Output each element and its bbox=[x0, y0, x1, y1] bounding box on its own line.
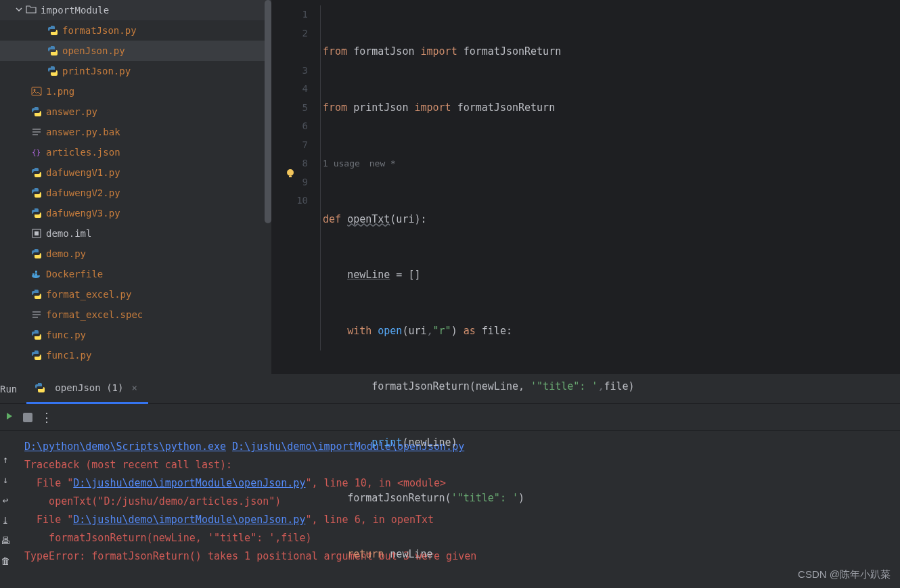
tree-file-dafuwengV1-py[interactable]: dafuwengV1.py bbox=[0, 162, 271, 183]
tree-file-demo-py[interactable]: demo.py bbox=[0, 244, 271, 264]
tree-label: articles.json bbox=[46, 147, 120, 158]
line-gutter: 1 2 3 4 5 6 7 8 9 10 bbox=[271, 0, 320, 374]
wrap-icon[interactable]: ↩ bbox=[0, 492, 11, 508]
file-link[interactable]: D:\jushu\demo\importModule\openJson.py bbox=[73, 477, 305, 489]
stop-icon[interactable] bbox=[23, 413, 32, 422]
run-tab-openjson[interactable]: openJson (1) × bbox=[26, 374, 148, 404]
print-icon[interactable]: 🖶 bbox=[0, 533, 11, 549]
tree-label: func1.py bbox=[46, 350, 91, 361]
run-tab-label: openJson (1) bbox=[55, 382, 123, 393]
tree-file-dafuwengV3-py[interactable]: dafuwengV3.py bbox=[0, 203, 271, 223]
tree-file-answer-py[interactable]: answer.py bbox=[0, 101, 271, 122]
tree-label: openJson.py bbox=[62, 45, 125, 56]
tree-label: dafuwengV2.py bbox=[46, 187, 120, 198]
python-icon bbox=[47, 25, 58, 36]
svg-rect-7 bbox=[35, 231, 39, 235]
sidebar-scrollbar[interactable] bbox=[265, 0, 271, 223]
tree-label: dafuwengV3.py bbox=[46, 208, 120, 219]
svg-rect-9 bbox=[35, 273, 37, 275]
file-icon bbox=[31, 269, 42, 279]
watermark: CSDN @陈年小趴菜 bbox=[798, 568, 891, 581]
tree-label: answer.py bbox=[46, 106, 97, 117]
python-icon bbox=[35, 382, 45, 393]
file-icon bbox=[31, 208, 42, 219]
tree-label: demo.py bbox=[46, 248, 86, 259]
trash-icon[interactable]: 🗑 bbox=[0, 553, 11, 569]
up-icon[interactable]: ↑ bbox=[0, 451, 11, 468]
tree-file-answer-py-bak[interactable]: answer.py.bak bbox=[0, 122, 271, 142]
file-icon bbox=[31, 289, 42, 300]
file-icon bbox=[31, 187, 42, 198]
folder-icon bbox=[26, 4, 37, 17]
python-icon bbox=[47, 66, 58, 76]
tree-label: answer.py.bak bbox=[46, 127, 120, 137]
folder-label: importModule bbox=[41, 5, 109, 16]
project-tree: importModule formatJson.pyopenJson.pypri… bbox=[0, 0, 271, 374]
file-icon bbox=[31, 127, 42, 137]
tree-file-format_excel-py[interactable]: format_excel.py bbox=[0, 284, 271, 304]
svg-rect-15 bbox=[289, 176, 292, 177]
close-icon[interactable]: × bbox=[129, 382, 139, 393]
file-icon bbox=[31, 86, 42, 97]
tree-file-openJson-py[interactable]: openJson.py bbox=[0, 41, 271, 61]
svg-rect-8 bbox=[32, 273, 35, 275]
svg-text:{}: {} bbox=[32, 148, 41, 157]
file-icon bbox=[31, 167, 42, 178]
path-link[interactable]: D:\python\demo\Scripts\python.exe bbox=[24, 440, 226, 453]
tree-label: demo.iml bbox=[46, 228, 91, 239]
file-icon bbox=[31, 248, 42, 259]
tree-label: func.py bbox=[46, 330, 86, 340]
python-icon bbox=[47, 45, 58, 56]
tree-label: formatJson.py bbox=[62, 25, 137, 36]
tree-file-func-py[interactable]: func.py bbox=[0, 325, 271, 345]
svg-point-1 bbox=[34, 89, 36, 91]
more-icon[interactable]: ⋮ bbox=[41, 410, 53, 424]
tree-file-func1-py[interactable]: func1.py bbox=[0, 345, 271, 365]
file-icon bbox=[31, 106, 42, 117]
tree-file-demo-iml[interactable]: demo.iml bbox=[0, 223, 271, 244]
svg-point-14 bbox=[287, 169, 294, 176]
file-icon bbox=[31, 330, 42, 340]
new-hint[interactable]: new * bbox=[369, 154, 396, 173]
tree-label: Dockerfile bbox=[46, 269, 103, 279]
chevron-down-icon bbox=[15, 5, 24, 16]
tree-label: format_excel.spec bbox=[46, 309, 143, 320]
console-left-toolbar: ↑ ↓ ↩ ⤓ 🖶 🗑 bbox=[0, 404, 11, 569]
file-icon bbox=[31, 350, 42, 361]
file-icon bbox=[31, 309, 42, 320]
tree-file-1-png[interactable]: 1.png bbox=[0, 81, 271, 101]
export-icon[interactable]: ⤓ bbox=[0, 512, 11, 528]
file-icon bbox=[31, 228, 42, 239]
tree-file-formatJson-py[interactable]: formatJson.py bbox=[0, 20, 271, 41]
down-icon[interactable]: ↓ bbox=[0, 472, 11, 488]
gutter-separator bbox=[320, 5, 321, 350]
file-icon: {} bbox=[31, 147, 42, 158]
svg-rect-10 bbox=[35, 271, 37, 273]
lightbulb-icon[interactable] bbox=[285, 166, 296, 177]
code-area[interactable]: from formatJson import formatJsonReturn … bbox=[320, 0, 900, 374]
file-link[interactable]: D:\jushu\demo\importModule\openJson.py bbox=[73, 514, 305, 526]
tree-file-printJson-py[interactable]: printJson.py bbox=[0, 61, 271, 81]
tree-label: 1.png bbox=[46, 86, 74, 97]
tree-file-format_excel-spec[interactable]: format_excel.spec bbox=[0, 304, 271, 325]
tree-label: printJson.py bbox=[62, 66, 131, 76]
tree-file-dafuwengV2-py[interactable]: dafuwengV2.py bbox=[0, 183, 271, 203]
tree-label: dafuwengV1.py bbox=[46, 167, 120, 178]
run-label: Run bbox=[0, 384, 26, 394]
tree-file-articles-json[interactable]: {}articles.json bbox=[0, 142, 271, 162]
usages-hint[interactable]: 1 usage bbox=[323, 154, 360, 173]
tree-file-Dockerfile[interactable]: Dockerfile bbox=[0, 264, 271, 284]
code-editor[interactable]: 1 2 3 4 5 6 7 8 9 10 from formatJson imp… bbox=[271, 0, 900, 374]
folder-importmodule[interactable]: importModule bbox=[0, 0, 271, 20]
tree-label: format_excel.py bbox=[46, 289, 131, 300]
